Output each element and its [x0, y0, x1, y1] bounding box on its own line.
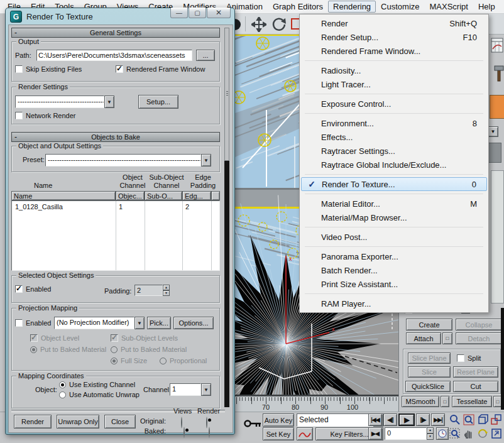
bake-objects-list[interactable]: 1_0128_Casilla 1 2 [11, 200, 220, 271]
network-render-checkbox[interactable] [15, 112, 23, 119]
render-to-texture-dialog[interactable]: G Render To Texture — ▢ ✕ - General Sett… [5, 8, 235, 435]
menubar-item-rendering[interactable]: Rendering [328, 1, 376, 13]
dialog-scrollbar-track[interactable] [224, 28, 229, 407]
select-and-move-icon[interactable] [251, 17, 266, 32]
menubar-item-help[interactable]: Help [473, 1, 500, 13]
detach-button[interactable]: Detach [456, 332, 502, 344]
restore-button[interactable]: ▢ [189, 8, 206, 18]
key-mode-toggle-button[interactable]: ▶◀ [368, 427, 382, 440]
rollout-collapse-icon[interactable]: - [14, 133, 17, 141]
rendered-frame-checkbox[interactable] [116, 65, 123, 73]
quickslice-button[interactable]: QuickSlice [405, 381, 451, 392]
new-key-tangent-button[interactable] [297, 427, 313, 440]
menu-item-radiosity[interactable]: Radiosity... [301, 63, 487, 77]
zoom-button[interactable] [449, 413, 461, 426]
setup-button[interactable]: Setup... [138, 95, 178, 109]
row-name-cell[interactable]: 1_0128_Casilla [15, 203, 63, 211]
create-button[interactable]: Create [406, 319, 452, 331]
objects-to-bake-rollout[interactable]: - Objects to Bake [11, 132, 220, 142]
object-level-checkbox[interactable] [30, 334, 38, 342]
grid-header-subobject[interactable]: Sub-O... [145, 191, 182, 200]
msmooth-button[interactable]: MSmooth [402, 396, 439, 407]
time-configuration-button[interactable] [436, 427, 449, 440]
full-size-radio[interactable] [111, 358, 118, 364]
menu-item-print-size-assistant[interactable]: Print Size Assistant... [301, 277, 487, 291]
menu-item-exposure-control[interactable]: Exposure Control... [301, 97, 487, 111]
menubar-item-customize[interactable]: Customize [376, 1, 424, 13]
browse-path-button[interactable]: ... [196, 50, 215, 61]
rollout-collapse-icon[interactable]: - [14, 28, 17, 37]
pan-button[interactable] [463, 427, 475, 440]
menubar-item-graph-editors[interactable]: Graph Editors [268, 1, 328, 13]
menu-item-light-tracer[interactable]: Light Tracer... [301, 77, 487, 91]
render-button[interactable]: Render [14, 415, 52, 429]
minimize-button[interactable]: — [170, 8, 188, 18]
put-to-baked-radio-1[interactable] [30, 346, 37, 353]
menu-item-panorama-exporter[interactable]: Panorama Exporter... [301, 249, 487, 263]
baked-views-radio[interactable] [184, 427, 185, 439]
orbit-button[interactable] [476, 427, 489, 440]
grid-header-object[interactable]: Objec... [116, 191, 145, 200]
split-checkbox[interactable] [457, 354, 464, 362]
attach-button[interactable]: Attach [406, 332, 441, 344]
bake-preset-arrow[interactable]: ▼ [201, 154, 211, 167]
cut-button[interactable]: Cut [453, 381, 498, 392]
row-object-cell[interactable]: 1 [119, 203, 123, 211]
menu-item-environment[interactable]: Environment... 8 [301, 116, 487, 130]
collapse-button[interactable]: Collapse [456, 319, 502, 331]
play-button[interactable]: ▶ [398, 413, 415, 426]
grid-header-name[interactable]: Name [11, 191, 116, 200]
zoom-extents-all-button[interactable] [490, 413, 503, 426]
menu-item-ram-player[interactable]: RAM Player... [301, 297, 487, 310]
options-button[interactable]: Options... [173, 317, 214, 329]
use-automatic-unwrap-radio[interactable] [59, 391, 66, 398]
zoom-all-button[interactable] [463, 413, 475, 426]
put-to-baked-radio-2[interactable] [111, 346, 118, 353]
select-and-rotate-icon[interactable] [270, 16, 287, 33]
slice-button[interactable]: Slice [408, 366, 451, 378]
menu-item-render[interactable]: Render Shift+Q [301, 16, 487, 30]
render-preset-arrow[interactable]: ▼ [104, 96, 114, 108]
grid-header-edge[interactable]: Edg... [182, 191, 211, 200]
menu-item-raytracer-settings[interactable]: Raytracer Settings... [301, 144, 487, 158]
zoom-extents-button[interactable] [476, 413, 489, 426]
go-to-start-button[interactable]: |◀◀ [368, 413, 382, 426]
next-frame-button[interactable]: ||▶ [416, 413, 430, 426]
channel-dropdown[interactable]: 1 ▼ [170, 383, 211, 396]
zoom-region-button[interactable] [449, 427, 461, 440]
msmooth-options-button[interactable]: □ [441, 396, 449, 407]
curve-editor-icon[interactable] [491, 38, 503, 53]
attach-options-button[interactable]: □ [442, 332, 452, 344]
padding-spinner[interactable]: 2 ▲▼ [134, 285, 170, 296]
menu-item-material-map-browser[interactable]: Material/Map Browser... [301, 211, 487, 224]
menubar-item-maxscript[interactable]: MAXScript [425, 1, 473, 13]
original-views-radio[interactable] [181, 417, 182, 429]
previous-frame-button[interactable]: ◀|| [383, 413, 397, 426]
menu-item-material-editor[interactable]: Material Editor... M [301, 197, 487, 211]
channel-arrow[interactable]: ▼ [201, 383, 211, 396]
pick-button[interactable]: Pick... [147, 317, 171, 329]
original-render-radio[interactable] [206, 417, 207, 429]
panel-scrollbar[interactable] [501, 308, 504, 410]
general-settings-rollout[interactable]: - General Settings [11, 28, 220, 38]
padding-spin-arrows[interactable]: ▲▼ [163, 285, 170, 296]
tessellate-button[interactable]: Tessellate [452, 396, 492, 407]
render-preset-dropdown[interactable]: ----------------------------------------… [15, 96, 114, 108]
menu-item-batch-render[interactable]: Batch Render... [301, 263, 487, 277]
slice-plane-button[interactable]: Slice Plane [408, 353, 451, 364]
maximize-viewport-toggle-button[interactable] [490, 427, 503, 440]
current-frame-field[interactable]: 0 ▲▼ [385, 427, 434, 440]
proportional-radio[interactable] [160, 358, 167, 364]
modifier-list-dropdown-arrow[interactable]: ▼ [488, 126, 498, 137]
go-to-end-button[interactable]: ▶▶| [431, 413, 445, 426]
menu-item-effects[interactable]: Effects... [301, 130, 487, 144]
menu-item-video-post[interactable]: Video Post... [301, 230, 487, 244]
dialog-scrollbar-thumb[interactable] [224, 28, 229, 161]
unwrap-only-button[interactable]: Unwrap Only [57, 415, 99, 429]
menu-item-raytrace-global-include-exclude[interactable]: Raytrace Global Include/Exclude... [301, 158, 487, 172]
menu-item-render-to-texture[interactable]: ✓ Render To Texture... 0 [301, 177, 487, 191]
sub-object-levels-checkbox[interactable] [111, 334, 118, 342]
auto-key-button[interactable]: Auto Key [263, 413, 294, 427]
utilities-hammer-icon[interactable] [493, 65, 504, 82]
close-button[interactable]: ✕ [207, 8, 231, 18]
